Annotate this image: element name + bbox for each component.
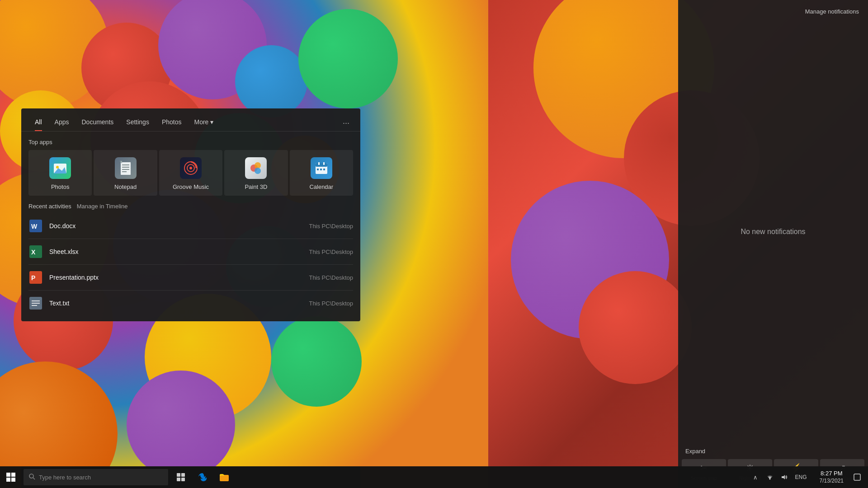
excel-icon: X [28,244,43,259]
taskbar-search[interactable]: Type here to search [24,469,168,485]
file-explorer-button[interactable] [213,466,235,488]
svg-rect-16 [316,163,327,167]
app-tile-paint3d[interactable]: Paint 3D [224,150,288,196]
svg-rect-29 [32,300,40,301]
tray-network-icon[interactable] [764,471,776,483]
svg-rect-37 [11,478,15,482]
top-apps-title: Top apps [28,139,353,145]
app-tile-notepad[interactable]: Notepad [94,150,157,196]
recent-title: Recent activities [28,203,71,210]
svg-rect-34 [6,473,10,477]
system-tray: ∧ ENG 8:27 PM 7/13/2021 [745,466,868,488]
tab-settings[interactable]: Settings [120,115,156,131]
paint3d-app-name: Paint 3D [245,183,267,190]
photos-app-icon [49,157,71,179]
ppt-filename: Presentation.pptx [49,274,302,281]
groove-app-icon [180,157,202,179]
balloon [579,271,692,384]
tab-documents[interactable]: Documents [75,115,120,131]
svg-text:W: W [31,223,38,230]
text-file-icon [28,296,43,310]
app-tile-photos[interactable]: Photos [28,150,92,196]
balloon [235,45,307,117]
svg-line-39 [33,478,35,479]
svg-text:X: X [31,249,36,256]
paint3d-app-icon [245,157,267,179]
app-tile-groove[interactable]: Groove Music [159,150,222,196]
manage-notifications-button[interactable]: Manage notifications [678,0,868,19]
svg-rect-47 [854,474,860,480]
manage-timeline-link[interactable]: Manage in Timeline [77,203,128,210]
txt-filename: Text.txt [49,300,302,307]
txt-filepath: This PC\Desktop [309,300,353,307]
svg-point-14 [255,168,261,174]
svg-text:P: P [31,274,35,282]
svg-rect-21 [323,169,325,170]
notepad-app-icon [115,157,137,179]
balloon [271,316,362,407]
tab-apps[interactable]: Apps [48,115,75,131]
doc-filename: Doc.docx [49,222,302,230]
notification-panel: Manage notifications No new notification… [678,0,868,488]
recent-item-txt[interactable]: Text.txt This PC\Desktop [28,291,353,316]
svg-rect-19 [317,169,319,170]
tab-all[interactable]: All [28,115,48,131]
svg-rect-18 [323,162,325,165]
search-tabs: All Apps Documents Settings Photos More … [21,108,360,131]
edge-button[interactable] [192,466,213,488]
tray-chevron-up[interactable]: ∧ [749,471,762,483]
tab-more[interactable]: More ▾ [188,115,220,131]
clock-date: 7/13/2021 [820,478,844,485]
photos-app-name: Photos [51,183,69,190]
svg-point-13 [255,162,261,169]
notepad-app-name: Notepad [114,183,137,190]
svg-rect-6 [122,169,129,170]
svg-marker-46 [782,475,785,479]
tray-volume-icon[interactable] [778,471,791,483]
svg-rect-7 [122,171,127,172]
clock-area[interactable]: 8:27 PM 7/13/2021 [814,468,849,486]
svg-rect-30 [32,303,40,304]
recent-item-ppt[interactable]: P Presentation.pptx This PC\Desktop [28,265,353,291]
notification-center-button[interactable] [850,466,864,488]
svg-point-11 [189,167,192,169]
no-notifications-text: No new notifications [678,19,868,444]
recent-header: Recent activities Manage in Timeline [28,203,353,210]
ppt-filepath: This PC\Desktop [309,274,353,281]
start-button[interactable] [0,466,22,488]
svg-rect-36 [6,478,10,482]
sheet-filename: Sheet.xlsx [49,248,302,255]
taskbar: Type here to search ∧ ENG 8 [0,466,868,488]
svg-rect-41 [181,473,185,477]
svg-rect-43 [181,478,185,481]
svg-rect-31 [32,305,37,306]
svg-rect-3 [121,162,131,175]
svg-rect-5 [122,167,129,168]
calendar-app-name: Calendar [309,183,333,190]
clock-time: 8:27 PM [821,470,842,478]
groove-app-name: Groove Music [173,183,209,190]
app-tile-calendar[interactable]: Calendar [290,150,353,196]
language-indicator[interactable]: ENG [793,474,810,480]
taskbar-search-icon [29,474,35,481]
svg-point-45 [769,479,770,480]
svg-rect-20 [320,169,322,170]
balloon [127,371,235,479]
svg-rect-40 [177,473,180,477]
svg-point-38 [29,474,33,478]
desktop: Manage notifications No new notification… [0,0,868,488]
balloon [298,9,398,108]
doc-filepath: This PC\Desktop [309,223,353,230]
sheet-filepath: This PC\Desktop [309,249,353,255]
task-view-button[interactable] [170,466,192,488]
recent-section: Recent activities Manage in Timeline W D… [21,199,360,321]
tab-photos[interactable]: Photos [156,115,188,131]
tabs-more-options[interactable]: ··· [339,117,353,130]
expand-label: Expand [678,444,868,457]
svg-rect-44 [220,475,229,481]
recent-item-doc[interactable]: W Doc.docx This PC\Desktop [28,213,353,239]
recent-item-sheet[interactable]: X Sheet.xlsx This PC\Desktop [28,239,353,265]
powerpoint-icon: P [28,270,43,285]
tray-icons: ∧ ENG [745,471,813,483]
svg-rect-4 [122,164,129,165]
